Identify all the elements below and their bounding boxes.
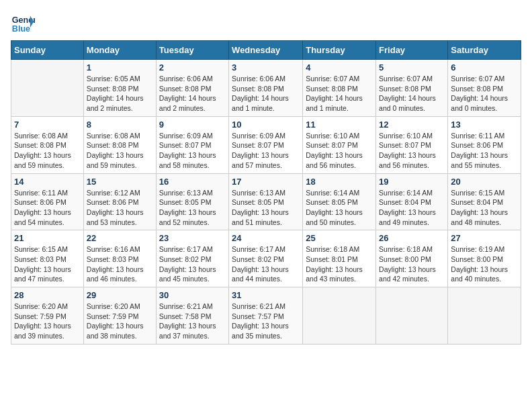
calendar-week-row: 28Sunrise: 6:20 AM Sunset: 7:59 PM Dayli… — [11, 287, 521, 345]
calendar-cell — [448, 287, 521, 345]
calendar-cell: 22Sunrise: 6:16 AM Sunset: 8:03 PM Dayli… — [83, 230, 156, 287]
day-info: Sunrise: 6:14 AM Sunset: 8:05 PM Dayligh… — [306, 188, 373, 228]
weekday-header: Thursday — [303, 41, 376, 60]
day-number: 21 — [14, 233, 81, 243]
calendar-cell: 27Sunrise: 6:19 AM Sunset: 8:00 PM Dayli… — [448, 230, 521, 287]
day-number: 14 — [14, 177, 81, 187]
calendar-cell: 1Sunrise: 6:05 AM Sunset: 8:08 PM Daylig… — [83, 60, 156, 117]
calendar-cell: 7Sunrise: 6:08 AM Sunset: 8:08 PM Daylig… — [11, 116, 84, 173]
calendar-cell: 30Sunrise: 6:21 AM Sunset: 7:58 PM Dayli… — [156, 287, 228, 345]
day-info: Sunrise: 6:11 AM Sunset: 8:06 PM Dayligh… — [451, 131, 518, 171]
day-info: Sunrise: 6:10 AM Sunset: 8:07 PM Dayligh… — [306, 131, 373, 171]
day-number: 6 — [451, 62, 518, 73]
day-info: Sunrise: 6:10 AM Sunset: 8:07 PM Dayligh… — [379, 131, 445, 171]
logo-icon: General Blue — [11, 11, 35, 35]
day-number: 27 — [451, 233, 518, 243]
day-info: Sunrise: 6:13 AM Sunset: 8:05 PM Dayligh… — [159, 188, 226, 228]
calendar-cell: 13Sunrise: 6:11 AM Sunset: 8:06 PM Dayli… — [448, 116, 521, 173]
calendar-table: SundayMondayTuesdayWednesdayThursdayFrid… — [11, 40, 521, 345]
day-number: 26 — [379, 233, 445, 243]
calendar-cell: 15Sunrise: 6:12 AM Sunset: 8:06 PM Dayli… — [83, 173, 156, 230]
day-info: Sunrise: 6:15 AM Sunset: 8:03 PM Dayligh… — [14, 244, 81, 284]
day-info: Sunrise: 6:20 AM Sunset: 7:59 PM Dayligh… — [14, 302, 81, 341]
calendar-cell: 8Sunrise: 6:08 AM Sunset: 8:08 PM Daylig… — [83, 116, 156, 173]
calendar-cell: 26Sunrise: 6:18 AM Sunset: 8:00 PM Dayli… — [376, 230, 448, 287]
day-number: 8 — [87, 120, 153, 130]
calendar-cell: 31Sunrise: 6:21 AM Sunset: 7:57 PM Dayli… — [229, 287, 303, 345]
day-number: 16 — [159, 177, 226, 187]
day-info: Sunrise: 6:05 AM Sunset: 8:08 PM Dayligh… — [87, 74, 153, 113]
weekday-header: Tuesday — [156, 41, 228, 60]
day-number: 17 — [232, 177, 300, 187]
svg-text:Blue: Blue — [12, 24, 30, 34]
day-number: 11 — [306, 120, 373, 130]
calendar-cell: 14Sunrise: 6:11 AM Sunset: 8:06 PM Dayli… — [11, 173, 84, 230]
day-number: 18 — [306, 177, 373, 187]
day-info: Sunrise: 6:07 AM Sunset: 8:08 PM Dayligh… — [451, 74, 518, 113]
day-number: 12 — [379, 120, 445, 130]
day-info: Sunrise: 6:14 AM Sunset: 8:04 PM Dayligh… — [379, 188, 445, 228]
day-info: Sunrise: 6:16 AM Sunset: 8:03 PM Dayligh… — [87, 244, 153, 284]
day-info: Sunrise: 6:18 AM Sunset: 8:01 PM Dayligh… — [306, 244, 373, 284]
day-info: Sunrise: 6:19 AM Sunset: 8:00 PM Dayligh… — [451, 244, 518, 284]
calendar-cell: 10Sunrise: 6:09 AM Sunset: 8:07 PM Dayli… — [229, 116, 303, 173]
calendar-cell: 19Sunrise: 6:14 AM Sunset: 8:04 PM Dayli… — [376, 173, 448, 230]
day-number: 3 — [232, 62, 300, 73]
calendar-cell: 24Sunrise: 6:17 AM Sunset: 8:02 PM Dayli… — [229, 230, 303, 287]
weekday-header: Monday — [83, 41, 156, 60]
calendar-week-row: 7Sunrise: 6:08 AM Sunset: 8:08 PM Daylig… — [11, 116, 521, 173]
calendar-week-row: 21Sunrise: 6:15 AM Sunset: 8:03 PM Dayli… — [11, 230, 521, 287]
calendar-cell: 11Sunrise: 6:10 AM Sunset: 8:07 PM Dayli… — [303, 116, 376, 173]
day-info: Sunrise: 6:13 AM Sunset: 8:05 PM Dayligh… — [232, 188, 300, 228]
weekday-header: Wednesday — [229, 41, 303, 60]
calendar-body: 1Sunrise: 6:05 AM Sunset: 8:08 PM Daylig… — [11, 60, 521, 345]
day-info: Sunrise: 6:08 AM Sunset: 8:08 PM Dayligh… — [14, 131, 81, 171]
day-info: Sunrise: 6:06 AM Sunset: 8:08 PM Dayligh… — [159, 74, 226, 113]
calendar-cell: 12Sunrise: 6:10 AM Sunset: 8:07 PM Dayli… — [376, 116, 448, 173]
calendar-cell: 2Sunrise: 6:06 AM Sunset: 8:08 PM Daylig… — [156, 60, 228, 117]
day-info: Sunrise: 6:06 AM Sunset: 8:08 PM Dayligh… — [232, 74, 300, 113]
day-number: 1 — [87, 62, 153, 73]
day-info: Sunrise: 6:15 AM Sunset: 8:04 PM Dayligh… — [451, 188, 518, 228]
day-number: 29 — [87, 290, 153, 300]
logo: General Blue — [11, 11, 35, 35]
calendar-week-row: 1Sunrise: 6:05 AM Sunset: 8:08 PM Daylig… — [11, 60, 521, 117]
header: General Blue — [11, 11, 521, 35]
day-info: Sunrise: 6:07 AM Sunset: 8:08 PM Dayligh… — [379, 74, 445, 113]
calendar-header-row: SundayMondayTuesdayWednesdayThursdayFrid… — [11, 41, 521, 60]
day-info: Sunrise: 6:08 AM Sunset: 8:08 PM Dayligh… — [87, 131, 153, 171]
day-number: 22 — [87, 233, 153, 243]
calendar-cell — [11, 60, 84, 117]
calendar-cell: 25Sunrise: 6:18 AM Sunset: 8:01 PM Dayli… — [303, 230, 376, 287]
weekday-header: Saturday — [448, 41, 521, 60]
day-info: Sunrise: 6:11 AM Sunset: 8:06 PM Dayligh… — [14, 188, 81, 228]
day-number: 7 — [14, 120, 81, 130]
day-number: 13 — [451, 120, 518, 130]
calendar-cell: 29Sunrise: 6:20 AM Sunset: 7:59 PM Dayli… — [83, 287, 156, 345]
calendar-cell: 20Sunrise: 6:15 AM Sunset: 8:04 PM Dayli… — [448, 173, 521, 230]
day-info: Sunrise: 6:21 AM Sunset: 7:57 PM Dayligh… — [232, 302, 300, 341]
calendar-week-row: 14Sunrise: 6:11 AM Sunset: 8:06 PM Dayli… — [11, 173, 521, 230]
day-info: Sunrise: 6:21 AM Sunset: 7:58 PM Dayligh… — [159, 302, 226, 341]
day-info: Sunrise: 6:12 AM Sunset: 8:06 PM Dayligh… — [87, 188, 153, 228]
calendar-cell: 16Sunrise: 6:13 AM Sunset: 8:05 PM Dayli… — [156, 173, 228, 230]
day-number: 19 — [379, 177, 445, 187]
calendar-cell: 5Sunrise: 6:07 AM Sunset: 8:08 PM Daylig… — [376, 60, 448, 117]
day-number: 2 — [159, 62, 226, 73]
day-number: 15 — [87, 177, 153, 187]
calendar-cell: 9Sunrise: 6:09 AM Sunset: 8:07 PM Daylig… — [156, 116, 228, 173]
day-number: 25 — [306, 233, 373, 243]
day-info: Sunrise: 6:09 AM Sunset: 8:07 PM Dayligh… — [232, 131, 300, 171]
calendar-cell: 6Sunrise: 6:07 AM Sunset: 8:08 PM Daylig… — [448, 60, 521, 117]
day-number: 4 — [306, 62, 373, 73]
calendar-cell: 23Sunrise: 6:17 AM Sunset: 8:02 PM Dayli… — [156, 230, 228, 287]
day-info: Sunrise: 6:20 AM Sunset: 7:59 PM Dayligh… — [87, 302, 153, 341]
calendar-cell: 21Sunrise: 6:15 AM Sunset: 8:03 PM Dayli… — [11, 230, 84, 287]
day-number: 23 — [159, 233, 226, 243]
day-info: Sunrise: 6:18 AM Sunset: 8:00 PM Dayligh… — [379, 244, 445, 284]
weekday-header: Sunday — [11, 41, 84, 60]
day-info: Sunrise: 6:09 AM Sunset: 8:07 PM Dayligh… — [159, 131, 226, 171]
calendar-cell: 28Sunrise: 6:20 AM Sunset: 7:59 PM Dayli… — [11, 287, 84, 345]
calendar-cell: 4Sunrise: 6:07 AM Sunset: 8:08 PM Daylig… — [303, 60, 376, 117]
weekday-header: Friday — [376, 41, 448, 60]
